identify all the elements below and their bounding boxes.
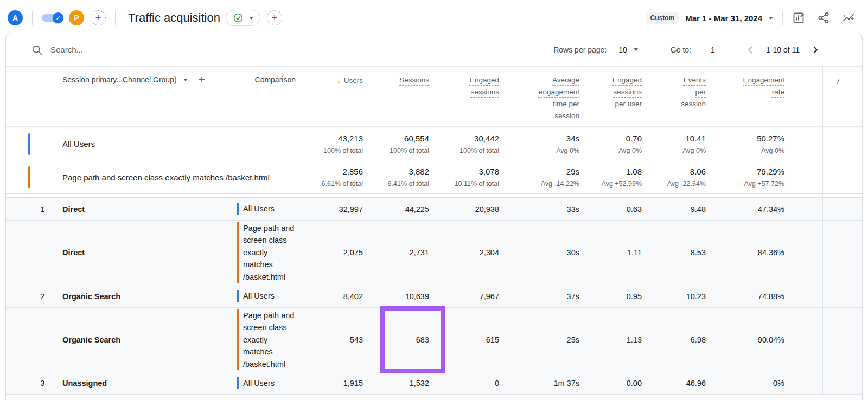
summary-rows: All Users43,213100% of total60,554100% o… [6,126,862,193]
metric-cell: 37s [506,292,586,301]
summary-section: All Users43,213100% of total60,554100% o… [6,126,862,194]
share-icon[interactable] [817,11,830,24]
metric-cell: 0 [436,379,506,388]
column-header-engagement-rate[interactable]: Engagement rate [712,74,822,122]
column-header-average-engagement-time-per-session[interactable]: Average engagement time per session [506,74,586,122]
metric-cell: 0.63 [586,205,648,214]
highlight-box [380,306,445,373]
chevron-down-icon [769,17,773,20]
rows-per-page-select[interactable]: 10 [618,46,638,54]
metric-value: 0.70 [586,134,642,143]
metric-cell: 0% [712,379,822,388]
metric-cell: 25s [506,336,586,344]
metric-value: 50.27% [712,134,784,143]
body-rows: 1DirectAll Users32,99744,22520,93833s0.6… [6,197,862,395]
comparison-label: All Users [237,290,298,302]
column-header-label: Users [344,76,363,85]
metric-subvalue: Avg +57.72% [712,180,784,188]
row-number-cell: 3 [28,379,57,388]
add-dimension-button[interactable]: + [199,74,205,85]
comparison-cell: All Users [235,203,307,215]
metric-cell: 8.53 [648,248,712,257]
previous-page-icon[interactable] [744,44,756,56]
metric-cell: 34sAvg 0% [506,134,586,154]
comparison-column-header: Comparison [255,75,307,84]
metric-value: 43,213 [307,134,363,143]
row-number-cell: 2 [28,292,57,301]
summary-metrics: 2,8566.61% of total3,8826.41% of total3,… [307,167,822,188]
goto-page-input[interactable] [703,46,723,54]
summary-row[interactable]: All Users43,213100% of total60,554100% o… [6,126,862,161]
summary-row-label-cell: Page path and screen class exactly match… [6,172,307,183]
metric-header-cells: ↓UsersSessionsEngaged sessionsAverage en… [307,74,822,122]
metric-cell: 2,731 [369,248,436,257]
metric-subvalue: 100% of total [369,147,429,154]
customize-report-icon[interactable] [792,11,805,24]
column-header-engaged-sessions[interactable]: Engaged sessions [436,74,506,122]
comparison-toggle[interactable]: ✓ [42,14,61,22]
table-header-row: Session primary...Channel Group) + Compa… [6,67,862,126]
metric-subvalue: Avg -22.64% [648,180,706,188]
summary-row[interactable]: Page path and screen class exactly match… [6,161,862,193]
add-report-button[interactable]: + [267,10,282,25]
table-row[interactable]: DirectPage path and screen class exactly… [6,220,862,285]
column-header-sessions[interactable]: Sessions [369,74,436,122]
comparison-cell: Page path and screen class exactly match… [235,222,307,283]
report-status-pill[interactable] [226,10,260,26]
metric-cell: 74.88% [712,292,822,301]
metric-value: 29s [506,167,579,176]
add-comparison-button[interactable]: + [91,10,106,25]
comparison-cell: All Users [235,290,307,302]
channel-cell: Organic Search [57,336,235,344]
next-page-icon[interactable] [809,44,821,56]
comparison-badge[interactable]: P [69,10,84,25]
metric-subvalue: Avg +52.99% [586,180,642,188]
table-row[interactable]: Organic SearchPage path and screen class… [6,307,862,372]
column-header-label: Engagement rate [743,76,784,96]
dimension-selector[interactable]: Session primary...Channel Group) [62,75,188,84]
column-header-users[interactable]: ↓Users [307,74,369,122]
metric-cell: 60,554100% of total [369,134,436,154]
metric-subvalue: 100% of total [436,147,499,154]
search-input[interactable] [50,45,278,54]
metric-cell: 0.95 [586,292,648,301]
metric-subvalue: 6.41% of total [369,180,429,188]
table-row[interactable]: 1DirectAll Users32,99744,22520,93833s0.6… [6,197,862,220]
metric-value: 3,078 [436,167,499,176]
metric-subvalue: Avg 0% [712,147,784,154]
page-title: Traffic acquisition [128,11,220,25]
comparison-cell: Page path and screen class exactly match… [235,309,307,371]
metric-cell: 9.48 [648,205,712,214]
metric-cell: 10,639 [369,292,436,301]
metric-cell: 30s [506,248,586,257]
column-header-label: Events per session [681,76,706,108]
metric-cell: 6.98 [648,336,712,344]
table-row[interactable]: 2Organic SearchAll Users8,40210,6397,967… [6,285,862,307]
channel-cell: Organic Search [57,292,235,301]
metric-cell: 33s [506,205,586,214]
table-row[interactable]: 3UnassignedAll Users1,9151,53201m 37s0.0… [6,372,862,395]
channel-cell: Direct [57,248,235,257]
channel-cell: Direct [57,205,235,214]
chevron-down-icon [249,17,253,20]
metric-cell: 615 [436,336,506,344]
metric-cell: 1.08Avg +52.99% [586,167,648,188]
divider [782,11,783,25]
metric-cell: 3,8826.41% of total [369,167,436,188]
chevron-down-icon [634,48,638,51]
account-avatar[interactable]: A [8,10,23,25]
insights-icon[interactable] [842,11,855,24]
channel-cell: Unassigned [57,379,235,388]
row-number-cell: 1 [28,205,57,214]
column-header-engaged-sessions-per-user[interactable]: Engaged sessions per user [586,74,648,122]
row-metrics: 2,0752,7312,30430s1.118.5384.36% [307,248,822,257]
column-header-events-per-session[interactable]: Events per session [648,74,712,122]
metric-cell: 1.13 [586,336,648,344]
metric-cell: 43,213100% of total [307,134,369,154]
metric-cell: 10.23 [648,292,712,301]
metric-cell: 1.11 [586,248,648,257]
metric-value: 34s [506,134,579,143]
comparison-label: All Users [237,377,298,390]
date-range-selector[interactable]: Mar 1 - Mar 31, 2024 [685,14,773,23]
metric-subvalue: Avg -14.22% [506,180,579,188]
